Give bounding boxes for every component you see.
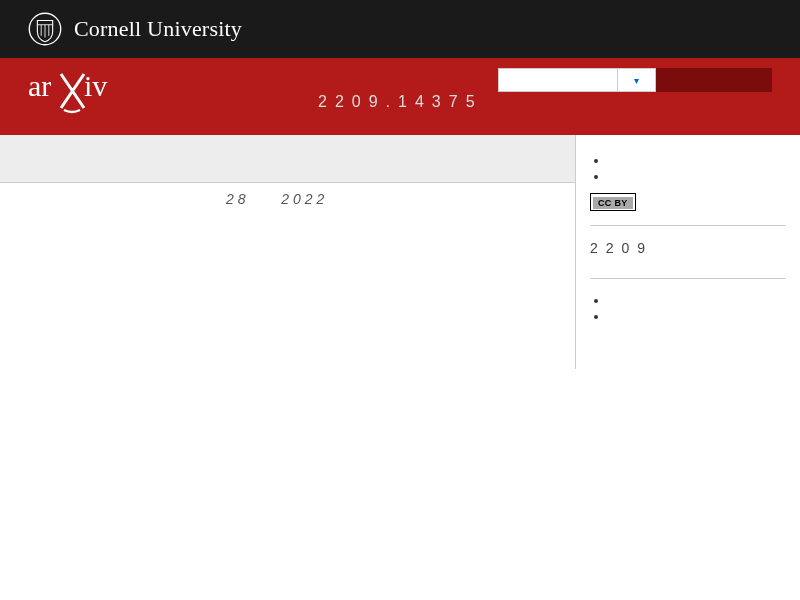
arxiv-logo-link[interactable]: ar iv: [28, 68, 122, 117]
submission-date: 28 2022: [226, 191, 328, 207]
search-field-select[interactable]: ▾: [618, 68, 656, 92]
cornell-header: Cornell University: [0, 0, 800, 58]
subheader: 28 2022: [0, 183, 575, 211]
cornell-shield-icon: [28, 12, 62, 46]
search-button[interactable]: [656, 68, 772, 92]
license-badge[interactable]: CC BY: [590, 193, 636, 211]
svg-text:iv: iv: [84, 69, 107, 102]
nav-id: 2209: [590, 240, 786, 256]
cornell-name: Cornell University: [74, 16, 242, 42]
chevron-down-icon: ▾: [634, 75, 639, 86]
sidebar: CC BY 2209: [575, 135, 800, 369]
abstract: [0, 233, 575, 249]
arxiv-header: ar iv 2209.14375 ▾: [0, 58, 800, 135]
cc-by-icon: CC BY: [593, 197, 633, 209]
paper-title: [0, 211, 575, 223]
main-content: 28 2022: [0, 135, 575, 369]
search-input[interactable]: [498, 68, 618, 92]
arxiv-id: 2209.14375: [318, 93, 483, 111]
cornell-logo-link[interactable]: Cornell University: [28, 12, 242, 46]
svg-text:ar: ar: [28, 69, 51, 102]
arxiv-logo-icon: ar iv: [28, 68, 122, 114]
authors-line: [0, 223, 575, 233]
breadcrumb: [0, 135, 575, 183]
